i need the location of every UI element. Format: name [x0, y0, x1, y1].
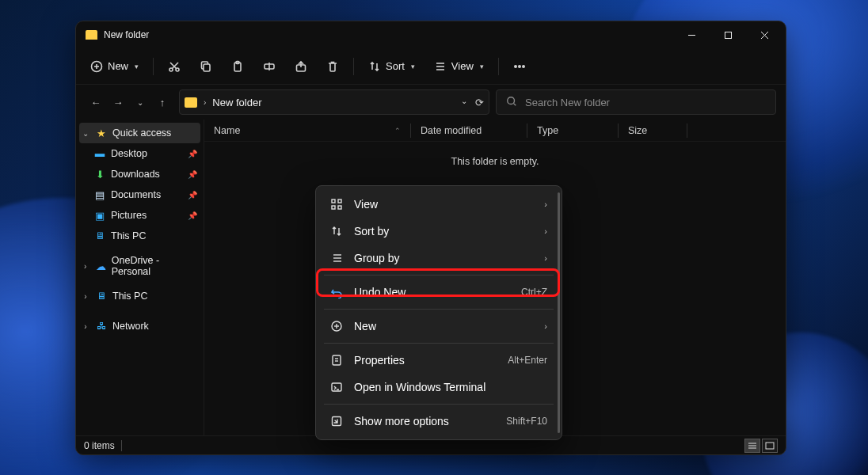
maximize-button[interactable] — [710, 21, 746, 48]
plus-circle-icon — [330, 320, 343, 332]
share-button[interactable] — [287, 54, 315, 79]
sidebar-quick-access[interactable]: ⌄ ★ Quick access — [79, 123, 200, 143]
chevron-right-icon: › — [544, 321, 547, 331]
context-sort-by[interactable]: Sort by › — [321, 218, 557, 245]
sidebar-item-desktop[interactable]: ▬ Desktop 📌 — [76, 143, 204, 164]
delete-button[interactable] — [318, 54, 347, 79]
svg-point-7 — [169, 68, 173, 71]
chevron-right-icon: › — [544, 226, 547, 236]
paste-button[interactable] — [223, 54, 252, 79]
svg-line-24 — [514, 103, 516, 105]
context-label: View — [354, 198, 378, 211]
forward-button[interactable]: → — [111, 97, 125, 108]
sidebar-item-label: Documents — [111, 189, 161, 200]
view-button[interactable]: View ▾ — [426, 54, 492, 79]
refresh-button[interactable]: ⟳ — [475, 97, 484, 108]
thumbnails-view-button[interactable] — [762, 439, 778, 453]
context-scrollbar[interactable] — [558, 192, 560, 433]
context-label: New — [354, 320, 376, 332]
column-date[interactable]: Date modified — [411, 125, 527, 136]
sidebar-item-downloads[interactable]: ⬇ Downloads 📌 — [76, 164, 204, 184]
column-headers: Name⌃ Date modified Type Size — [204, 120, 786, 142]
clipboard-icon — [231, 60, 244, 73]
up-button[interactable]: ↑ — [155, 97, 169, 108]
context-shortcut: Alt+Enter — [508, 355, 547, 366]
expand-icon — [330, 415, 343, 428]
pin-icon: 📌 — [188, 170, 197, 179]
properties-icon — [330, 354, 343, 367]
context-properties[interactable]: Properties Alt+Enter — [321, 347, 557, 374]
pc-icon: 🖥 — [93, 230, 106, 241]
search-placeholder: Search New folder — [525, 97, 610, 108]
copy-button[interactable] — [192, 54, 220, 79]
minimize-button[interactable] — [673, 21, 710, 48]
view-label: View — [451, 60, 474, 72]
address-path: New folder — [212, 97, 261, 108]
undo-icon — [330, 286, 343, 298]
svg-rect-32 — [338, 206, 341, 209]
sort-button[interactable]: Sort ▾ — [360, 54, 423, 79]
context-terminal[interactable]: Open in Windows Terminal — [321, 374, 557, 401]
close-button[interactable] — [746, 21, 782, 48]
svg-point-22 — [523, 65, 524, 66]
cut-button[interactable] — [160, 54, 188, 79]
sidebar-item-pictures[interactable]: ▣ Pictures 📌 — [76, 205, 204, 226]
sort-icon — [330, 225, 343, 238]
chevron-right-icon: › — [544, 253, 547, 263]
chevron-down-icon: ▾ — [480, 63, 484, 70]
column-name[interactable]: Name⌃ — [204, 125, 410, 136]
pin-icon: 📌 — [188, 211, 197, 220]
cloud-icon: ☁ — [94, 260, 106, 272]
context-view[interactable]: View › — [321, 191, 557, 218]
sort-label: Sort — [386, 60, 405, 72]
documents-icon: ▤ — [93, 189, 106, 201]
context-label: Show more options — [354, 415, 449, 428]
context-label: Open in Windows Terminal — [354, 381, 485, 393]
rename-icon — [263, 60, 276, 73]
sidebar-item-label: OneDrive - Personal — [112, 255, 197, 277]
pictures-icon: ▣ — [93, 210, 106, 222]
column-type[interactable]: Type — [527, 125, 618, 136]
sidebar-network[interactable]: › 🖧 Network — [76, 316, 204, 336]
context-undo-new[interactable]: Undo New Ctrl+Z — [321, 279, 557, 306]
titlebar[interactable]: New folder — [76, 21, 786, 48]
recent-button[interactable]: ⌄ — [133, 98, 147, 107]
svg-point-8 — [176, 68, 179, 71]
context-label: Sort by — [354, 225, 389, 238]
grid-icon — [330, 198, 343, 211]
more-button[interactable] — [505, 54, 534, 79]
context-label: Properties — [354, 354, 405, 367]
context-new[interactable]: New › — [321, 313, 557, 340]
folder-icon — [86, 30, 97, 40]
star-icon: ★ — [95, 127, 108, 139]
rename-button[interactable] — [255, 54, 284, 79]
context-menu: View › Sort by › Group by › Undo New Ctr… — [315, 185, 562, 440]
download-icon: ⬇ — [93, 169, 106, 180]
group-icon — [330, 252, 343, 264]
sidebar-onedrive[interactable]: › ☁ OneDrive - Personal — [76, 256, 204, 276]
new-label: New — [108, 60, 128, 72]
sidebar-item-label: Desktop — [111, 148, 147, 159]
svg-rect-46 — [333, 417, 341, 426]
sidebar-item-label: This PC — [111, 230, 146, 241]
context-more-options[interactable]: Show more options Shift+F10 — [321, 408, 557, 435]
sidebar-item-label: This PC — [112, 291, 147, 302]
view-icon — [434, 60, 447, 73]
search-input[interactable]: Search New folder — [496, 89, 776, 115]
context-shortcut: Ctrl+Z — [521, 287, 547, 298]
back-button[interactable]: ← — [89, 97, 103, 108]
search-icon — [506, 96, 517, 109]
context-group-by[interactable]: Group by › — [321, 245, 557, 272]
sidebar-item-thispc[interactable]: 🖥 This PC — [76, 226, 204, 246]
chevron-down-icon: ⌄ — [81, 129, 90, 138]
status-items: 0 items — [84, 440, 115, 451]
new-button[interactable]: New ▾ — [82, 54, 147, 79]
details-view-button[interactable] — [744, 439, 760, 453]
sidebar-item-label: Quick access — [112, 127, 171, 139]
column-size[interactable]: Size — [619, 125, 687, 136]
address-dropdown[interactable]: ⌄ — [461, 97, 467, 108]
sidebar-this-pc[interactable]: › 🖥 This PC — [76, 286, 204, 306]
sidebar-item-documents[interactable]: ▤ Documents 📌 — [76, 184, 204, 205]
chevron-right-icon: › — [204, 98, 206, 107]
address-bar[interactable]: › New folder ⌄ ⟳ — [179, 89, 489, 115]
